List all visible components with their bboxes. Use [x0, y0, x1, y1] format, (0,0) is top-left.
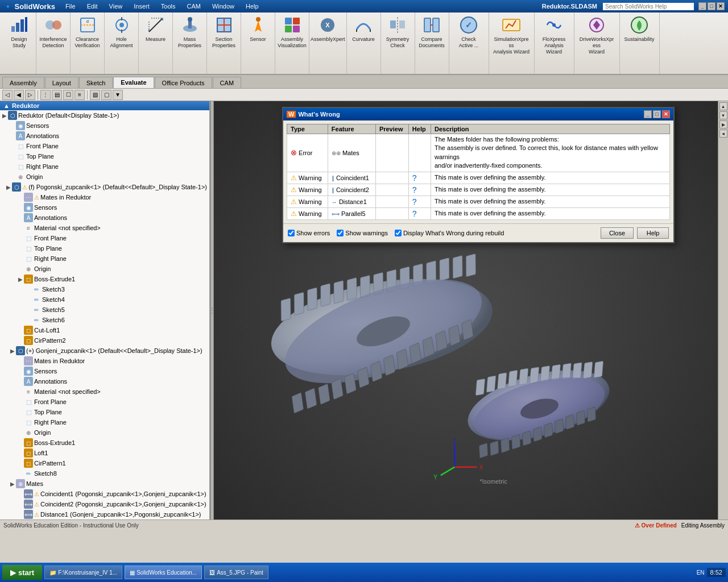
tree-item[interactable]: ◻Cut-Loft1: [0, 325, 209, 335]
tree-item[interactable]: ⋯⚠Mates in Reduktor: [0, 192, 209, 202]
tree-item[interactable]: ≡Material <not specified>: [0, 386, 209, 397]
tree-item[interactable]: ⋯Mates in Reduktor: [0, 356, 209, 366]
tree-item[interactable]: ⟺⚠Coincident2 (Pogonski_zupcanik<1>,Gonj…: [0, 499, 209, 509]
table-row[interactable]: ⊗ Error⊕⊕ MatesThe Mates folder has the …: [287, 134, 670, 172]
ribbon-clearance-verification[interactable]: d ClearanceVerification: [71, 13, 105, 74]
tree-item[interactable]: ⟺⚠Coincident1 (Pogonski_zupcanik<1>,Gonj…: [0, 489, 209, 499]
tab-assembly[interactable]: Assembly: [2, 77, 44, 88]
tree-item[interactable]: ⟺⚠Distance1 (Gonjeni_zupcanik<1>,Pogonsk…: [0, 509, 209, 519]
ribbon-simulation-xpress[interactable]: SimulationXpressAnalysis Wizard: [489, 13, 535, 74]
dialog-close-btn[interactable]: ✕: [662, 110, 670, 118]
ribbon-driveworks-xpress[interactable]: DriveWorksXpressWizard: [574, 13, 620, 74]
toolbar-btn-6[interactable]: ☐: [63, 90, 73, 100]
ribbon-hole-alignment[interactable]: HoleAlignment: [105, 13, 139, 74]
ribbon-design-study[interactable]: DesignStudy: [2, 13, 36, 74]
help-icon[interactable]: ?: [412, 173, 417, 182]
tree-item[interactable]: ⬚Top Plane: [0, 243, 209, 253]
tree-item[interactable]: ▶⬡Reduktor (Default<Display State-1>): [0, 110, 209, 120]
tree-item[interactable]: ≡Material <not specified>: [0, 223, 209, 233]
menu-file[interactable]: File: [63, 2, 78, 11]
tab-evaluate[interactable]: Evaluate: [113, 77, 154, 88]
ribbon-check-active[interactable]: ✓ CheckActive ...: [449, 13, 489, 74]
tree-item[interactable]: ▶⬡⚠(f) Pogonski_zupcanik<1> (Default<<De…: [0, 182, 209, 192]
toolbar-btn-1[interactable]: ◁: [2, 90, 13, 100]
tree-item[interactable]: ▶⊕Mates: [0, 479, 209, 489]
toolbar-btn-4[interactable]: ⋮: [40, 90, 51, 100]
tree-item[interactable]: ⬚Top Plane: [0, 407, 209, 417]
table-row[interactable]: ⚠ Warning⟺ Parallel5?This mate is over d…: [287, 207, 670, 219]
tree-item[interactable]: ⊕Origin: [0, 172, 209, 182]
tree-item[interactable]: ◻Boss-Extrude1: [0, 438, 209, 448]
close-button[interactable]: Close: [601, 227, 634, 239]
expand-icon[interactable]: ▶: [10, 481, 15, 487]
tree-item[interactable]: AAnnotations: [0, 213, 209, 223]
display-during-rebuild-label[interactable]: Display What's Wrong during rebuild: [395, 230, 504, 236]
tree-item[interactable]: ⊕Origin: [0, 427, 209, 438]
show-warnings-label[interactable]: Show warnings: [337, 230, 388, 236]
show-errors-checkbox[interactable]: [288, 230, 295, 236]
minimize-button[interactable]: _: [698, 2, 706, 10]
table-row[interactable]: ⚠ Warning∥ Coincident1?This mate is over…: [287, 172, 670, 184]
tree-item[interactable]: ⬚Front Plane: [0, 397, 209, 407]
ribbon-symmetry-check[interactable]: SymmetryCheck: [381, 13, 415, 74]
right-panel-btn-4[interactable]: ◄: [719, 130, 727, 138]
search-input[interactable]: [603, 3, 694, 10]
tree-item[interactable]: ⬚Right Plane: [0, 253, 209, 264]
ribbon-assembly-visualization[interactable]: AssemblyVisualization: [275, 13, 309, 74]
tree-item[interactable]: ✏Sketch3: [0, 284, 209, 294]
ribbon-section-properties[interactable]: SectionProperties: [207, 13, 241, 74]
ribbon-assembly-xpert[interactable]: X AssemblyXpert: [309, 13, 347, 74]
table-row[interactable]: ⚠ Warning∥ Coincident2?This mate is over…: [287, 184, 670, 196]
tree-item[interactable]: ✏Sketch5: [0, 305, 209, 315]
ribbon-curvature[interactable]: Curvature: [347, 13, 381, 74]
ribbon-measure[interactable]: Measure: [139, 13, 173, 74]
ribbon-interference-detection[interactable]: InterferenceDetection: [36, 13, 71, 74]
tree-item[interactable]: AAnnotations: [0, 131, 209, 141]
tree-item[interactable]: ⬚Right Plane: [0, 161, 209, 172]
tree-item[interactable]: ⊕Origin: [0, 264, 209, 274]
tree-item[interactable]: ▶⬡(+) Gonjeni_zupcanik<1> (Default<<Defa…: [0, 346, 209, 356]
taskbar-item-0[interactable]: 📁 F:\Konstruisanje_IV 1...: [44, 566, 122, 579]
restore-button[interactable]: □: [708, 2, 715, 10]
right-panel-btn-3[interactable]: ▶: [719, 120, 727, 128]
3d-viewport[interactable]: X Z Y *Isometric W What's Wrong _ □ ✕: [214, 101, 718, 519]
ribbon-compare-documents[interactable]: CompareDocuments: [415, 13, 449, 74]
taskbar-item-2[interactable]: 🖼 Ass_5.JPG - Paint: [204, 566, 268, 579]
tab-office-products[interactable]: Office Products: [155, 77, 212, 88]
tree-item[interactable]: ⬚Front Plane: [0, 141, 209, 151]
right-panel-btn-1[interactable]: ▲: [719, 102, 727, 110]
close-button[interactable]: ✕: [717, 2, 725, 10]
tree-item[interactable]: ◻Loft1: [0, 448, 209, 458]
toolbar-btn-2[interactable]: ◀: [14, 90, 24, 100]
tree-item[interactable]: ◉Sensors: [0, 120, 209, 131]
tree-item[interactable]: ▶◻Boss-Extrude1: [0, 274, 209, 284]
tree-item[interactable]: ⬚Right Plane: [0, 417, 209, 427]
table-row[interactable]: ⚠ Warning↔ Distance1?This mate is over d…: [287, 196, 670, 207]
tab-sketch[interactable]: Sketch: [79, 77, 113, 88]
show-errors-label[interactable]: Show errors: [288, 230, 330, 236]
toolbar-filter[interactable]: ▼: [113, 90, 123, 100]
right-panel-btn-2[interactable]: ▼: [719, 111, 727, 119]
dialog-minimize-btn[interactable]: _: [644, 110, 652, 118]
show-warnings-checkbox[interactable]: [337, 230, 344, 236]
tab-layout[interactable]: Layout: [45, 77, 78, 88]
help-icon[interactable]: ?: [412, 197, 417, 206]
expand-icon[interactable]: ▶: [18, 276, 23, 282]
help-icon[interactable]: ?: [412, 185, 417, 194]
menu-window[interactable]: Window: [210, 2, 237, 11]
taskbar-item-1[interactable]: ▦ SolidWorks Education...: [125, 566, 202, 579]
expand-icon[interactable]: ▶: [10, 348, 15, 354]
tree-item[interactable]: ◉Sensors: [0, 366, 209, 376]
toolbar-btn-8[interactable]: ▧: [90, 90, 100, 100]
expand-icon[interactable]: ▶: [2, 113, 7, 119]
toolbar-btn-5[interactable]: ▤: [52, 90, 62, 100]
tree-item[interactable]: ⬚Front Plane: [0, 233, 209, 243]
menu-insert[interactable]: Insert: [131, 2, 152, 11]
tree-item[interactable]: ✏Sketch6: [0, 315, 209, 325]
dialog-restore-btn[interactable]: □: [653, 110, 661, 118]
menu-cam[interactable]: CAM: [184, 2, 202, 11]
tree-item[interactable]: ⬚Top Plane: [0, 151, 209, 161]
expand-icon[interactable]: ▶: [6, 184, 11, 190]
tree-item[interactable]: ◻CirPattern1: [0, 458, 209, 468]
ribbon-sensor[interactable]: Sensor: [241, 13, 275, 74]
